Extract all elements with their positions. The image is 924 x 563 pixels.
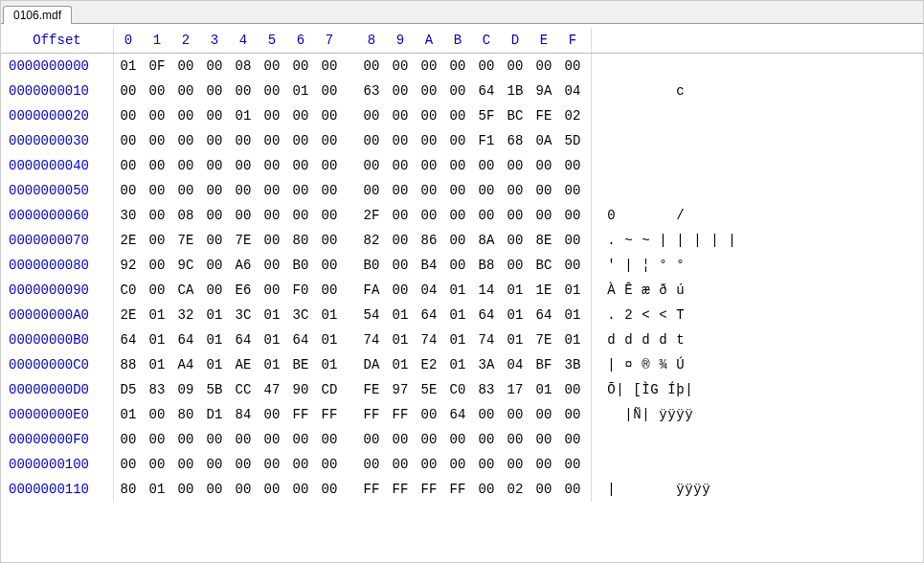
hex-cell[interactable]: 01 xyxy=(258,352,286,377)
hex-cell[interactable]: 00 xyxy=(200,452,229,477)
hex-cell[interactable]: FF xyxy=(386,477,415,502)
hex-cell[interactable]: 00 xyxy=(258,402,286,427)
hex-cell[interactable]: 3B xyxy=(558,352,587,377)
hex-cell[interactable]: 00 xyxy=(472,203,501,228)
hex-cell[interactable]: 01 xyxy=(114,402,143,427)
hex-cell[interactable]: 01 xyxy=(386,303,415,327)
hex-cell[interactable]: 00 xyxy=(171,452,200,477)
hex-cell[interactable]: 01 xyxy=(386,352,415,377)
hex-cell[interactable]: 00 xyxy=(286,203,315,228)
hex-row[interactable]: 00000000702E007E007E008000820086008A008E… xyxy=(1,228,923,253)
hex-cell[interactable]: 00 xyxy=(286,103,315,128)
hex-cell[interactable]: 01 xyxy=(200,327,229,352)
hex-cell[interactable]: 00 xyxy=(143,228,171,253)
hex-cell[interactable]: D1 xyxy=(200,402,229,427)
hex-cell[interactable]: 5E xyxy=(415,377,443,402)
file-tab[interactable]: 0106.mdf xyxy=(3,6,72,24)
hex-cell[interactable]: 00 xyxy=(229,128,258,153)
hex-cell[interactable]: 01 xyxy=(200,303,229,327)
hex-cell[interactable]: BC xyxy=(501,103,530,128)
hex-cell[interactable]: 00 xyxy=(258,103,286,128)
hex-cell[interactable]: 01 xyxy=(443,303,472,327)
hex-cell[interactable]: 83 xyxy=(472,377,501,402)
hex-cell[interactable]: 00 xyxy=(315,477,344,502)
hex-cell[interactable]: 64 xyxy=(443,402,472,427)
hex-cell[interactable]: 01 xyxy=(143,303,171,327)
hex-cell[interactable]: 64 xyxy=(415,303,443,327)
hex-cell[interactable]: 00 xyxy=(200,228,229,253)
hex-cell[interactable]: 00 xyxy=(143,203,171,228)
hex-cell[interactable]: 90 xyxy=(286,377,315,402)
hex-cell[interactable]: 01 xyxy=(530,377,558,402)
hex-cell[interactable]: 00 xyxy=(443,452,472,477)
hex-row[interactable]: 000000006030000800000000002F000000000000… xyxy=(1,203,923,228)
hex-cell[interactable]: 2E xyxy=(114,303,143,327)
hex-cell[interactable]: 74 xyxy=(472,327,501,352)
hex-cell[interactable]: 04 xyxy=(415,278,443,303)
hex-cell[interactable]: D5 xyxy=(114,377,143,402)
hex-cell[interactable]: 00 xyxy=(386,128,415,153)
hex-cell[interactable]: 00 xyxy=(415,427,443,452)
hex-cell[interactable]: 00 xyxy=(357,153,386,178)
hex-cell[interactable]: 00 xyxy=(501,153,530,178)
hex-cell[interactable]: 00 xyxy=(143,103,171,128)
hex-cell[interactable]: BF xyxy=(530,352,558,377)
hex-cell[interactable]: 00 xyxy=(143,402,171,427)
hex-cell[interactable]: 64 xyxy=(472,303,501,327)
hex-cell[interactable]: F0 xyxy=(286,278,315,303)
hex-cell[interactable]: 00 xyxy=(258,477,286,502)
hex-cell[interactable]: 00 xyxy=(415,103,443,128)
hex-row[interactable]: 0000000100000000000000000000000000000000… xyxy=(1,452,923,477)
hex-cell[interactable]: 00 xyxy=(530,402,558,427)
hex-cell[interactable]: 01 xyxy=(286,79,315,103)
hex-cell[interactable]: 01 xyxy=(443,327,472,352)
hex-cell[interactable]: 00 xyxy=(443,253,472,278)
hex-cell[interactable]: 00 xyxy=(200,278,229,303)
ascii-cell[interactable] xyxy=(591,427,923,452)
hex-cell[interactable]: 00 xyxy=(501,452,530,477)
hex-cell[interactable]: 00 xyxy=(558,203,587,228)
hex-cell[interactable]: FE xyxy=(530,103,558,128)
hex-cell[interactable]: 00 xyxy=(200,253,229,278)
hex-cell[interactable]: 74 xyxy=(415,327,443,352)
hex-cell[interactable]: 00 xyxy=(286,178,315,203)
ascii-cell[interactable] xyxy=(591,178,923,203)
hex-cell[interactable]: 3C xyxy=(229,303,258,327)
hex-cell[interactable]: 00 xyxy=(200,203,229,228)
hex-cell[interactable]: 00 xyxy=(415,203,443,228)
hex-cell[interactable]: 3A xyxy=(472,352,501,377)
hex-cell[interactable]: 64 xyxy=(530,303,558,327)
hex-cell[interactable]: 74 xyxy=(357,327,386,352)
hex-cell[interactable]: 0A xyxy=(530,128,558,153)
hex-cell[interactable]: 01 xyxy=(443,352,472,377)
ascii-cell[interactable]: |Ñ| ÿÿÿÿ xyxy=(591,402,923,427)
hex-cell[interactable]: 00 xyxy=(286,153,315,178)
hex-cell[interactable]: 0F xyxy=(143,54,171,79)
hex-cell[interactable]: 00 xyxy=(229,203,258,228)
hex-cell[interactable]: 00 xyxy=(443,153,472,178)
hex-cell[interactable]: 00 xyxy=(472,427,501,452)
hex-cell[interactable]: 00 xyxy=(258,203,286,228)
hex-cell[interactable]: 00 xyxy=(530,452,558,477)
hex-cell[interactable]: 00 xyxy=(286,477,315,502)
hex-cell[interactable]: 00 xyxy=(472,178,501,203)
hex-cell[interactable]: 00 xyxy=(472,153,501,178)
hex-cell[interactable]: C0 xyxy=(114,278,143,303)
hex-cell[interactable]: 00 xyxy=(443,178,472,203)
hex-cell[interactable]: 00 xyxy=(472,402,501,427)
hex-cell[interactable]: 00 xyxy=(558,452,587,477)
hex-cell[interactable]: 3C xyxy=(286,303,315,327)
hex-cell[interactable]: 00 xyxy=(357,103,386,128)
hex-cell[interactable]: 00 xyxy=(472,477,501,502)
hex-cell[interactable]: 5D xyxy=(558,128,587,153)
hex-cell[interactable]: 00 xyxy=(114,103,143,128)
hex-cell[interactable]: 00 xyxy=(501,402,530,427)
hex-cell[interactable]: 5B xyxy=(200,377,229,402)
hex-cell[interactable]: 00 xyxy=(530,54,558,79)
hex-cell[interactable]: 00 xyxy=(472,54,501,79)
hex-row[interactable]: 00000000A02E0132013C013C0154016401640164… xyxy=(1,303,923,327)
ascii-cell[interactable]: . ~ ~ | | | | | xyxy=(591,228,923,253)
hex-cell[interactable]: 01 xyxy=(558,278,587,303)
hex-cell[interactable]: 00 xyxy=(143,253,171,278)
hex-row[interactable]: 00000000E0010080D18400FFFFFFFF0064000000… xyxy=(1,402,923,427)
